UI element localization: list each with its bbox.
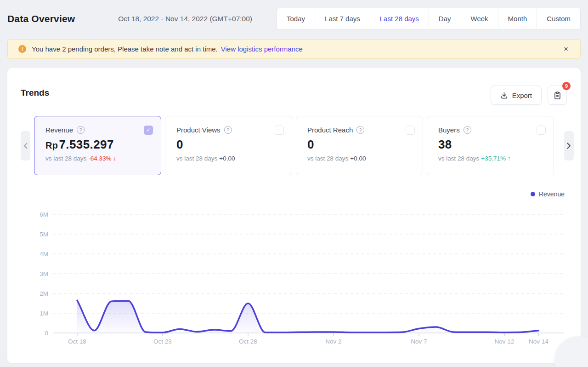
tab-last-7-days[interactable]: Last 7 days [315,8,370,29]
tab-day[interactable]: Day [429,8,461,29]
metric-value: Rp7.535.297 [45,138,153,152]
close-icon[interactable]: × [561,43,571,56]
metric-checkbox-buyers[interactable] [537,126,546,135]
metric-checkbox-product-views[interactable] [275,126,284,135]
arrow-down-icon: ↓ [112,155,117,162]
tab-week[interactable]: Week [461,8,498,29]
metric-comparison: vs last 28 days+0.00 [307,155,414,162]
trends-title: Trends [21,88,49,98]
help-icon[interactable]: ? [77,126,85,134]
svg-text:5M: 5M [40,231,48,238]
clipboard-button[interactable]: 9 [548,86,567,105]
metric-value: 38 [438,138,545,152]
metric-card-revenue[interactable]: Revenue?✓Rp7.535.297vs last 28 days-64.3… [34,116,161,175]
page-title: Data Overview [7,13,75,24]
metric-title: Buyers [438,126,460,134]
trends-panel: Trends Export 9 [7,68,581,363]
logistics-performance-link[interactable]: View logistics performance [221,45,303,53]
tab-last-28-days[interactable]: Last 28 days [370,8,429,29]
metric-title: Product Reach [307,126,353,134]
svg-text:0: 0 [45,330,48,337]
carousel-prev-button[interactable] [21,131,30,161]
trends-actions: Export 9 [491,86,567,105]
svg-text:Oct 28: Oct 28 [239,338,257,345]
metric-value: 0 [307,138,414,152]
revenue-trend-chart[interactable]: 01M2M3M4M5M6MOct 18Oct 23Oct 28Nov 2Nov … [7,208,581,357]
arrow-up-icon: ↑ [506,155,511,162]
metric-card-product-views[interactable]: Product Views?0vs last 28 days+0.00 [165,116,292,175]
metric-title: Revenue [45,126,73,134]
revenue-area-fill [77,300,538,333]
svg-text:3M: 3M [40,270,48,277]
export-button[interactable]: Export [491,86,542,105]
svg-text:4M: 4M [40,251,48,258]
metric-checkbox-product-reach[interactable] [406,126,415,135]
top-bar: Data Overview Oct 18, 2022 - Nov 14, 202… [0,0,588,29]
download-icon [500,92,508,99]
metric-card-product-reach[interactable]: Product Reach?0vs last 28 days+0.00 [296,116,423,175]
tab-custom[interactable]: Custom [537,8,580,29]
tab-today[interactable]: Today [277,8,315,29]
tab-month[interactable]: Month [498,8,537,29]
metric-cards-carousel: Revenue?✓Rp7.535.297vs last 28 days-64.3… [7,116,581,175]
revenue-line [77,300,538,333]
help-icon[interactable]: ? [224,126,232,134]
date-range-tabs: TodayLast 7 daysLast 28 daysDayWeekMonth… [277,8,581,29]
revenue-legend-dot [531,192,535,196]
metric-cards-row: Revenue?✓Rp7.535.297vs last 28 days-64.3… [34,116,554,175]
date-range-label: Oct 18, 2022 - Nov 14, 2022 (GMT+07:00) [118,15,252,23]
metric-comparison: vs last 28 days+35.71% ↑ [438,155,545,162]
svg-text:2M: 2M [40,290,48,297]
metric-comparison: vs last 28 days+0.00 [176,155,283,162]
banner-message: You have 2 pending orders, Please take n… [32,45,218,53]
svg-text:Oct 18: Oct 18 [68,338,86,345]
carousel-next-button[interactable] [564,131,574,161]
metric-value: 0 [176,138,283,152]
svg-text:1M: 1M [40,310,48,317]
metric-card-buyers[interactable]: Buyers?38vs last 28 days+35.71% ↑ [427,116,554,175]
metric-checkbox-revenue[interactable]: ✓ [144,126,153,135]
metric-title: Product Views [176,126,220,134]
clipboard-icon [553,91,562,100]
svg-text:Nov 7: Nov 7 [411,338,427,345]
svg-text:Nov 14: Nov 14 [529,338,548,345]
pending-orders-banner: ! You have 2 pending orders, Please take… [7,39,581,59]
help-icon[interactable]: ? [464,126,471,134]
warning-icon: ! [18,45,26,53]
svg-text:6M: 6M [40,211,48,218]
metric-comparison: vs last 28 days-64.33% ↓ [45,155,153,162]
help-icon[interactable]: ? [356,126,364,134]
svg-text:Nov 2: Nov 2 [325,338,341,345]
svg-text:Nov 12: Nov 12 [495,338,514,345]
revenue-legend-label: Revenue [539,190,565,198]
svg-text:Oct 23: Oct 23 [153,338,172,345]
trends-header: Trends Export 9 [7,68,581,105]
chart-legend: Revenue [7,190,565,198]
export-label: Export [512,92,532,99]
notification-badge: 9 [562,82,571,90]
